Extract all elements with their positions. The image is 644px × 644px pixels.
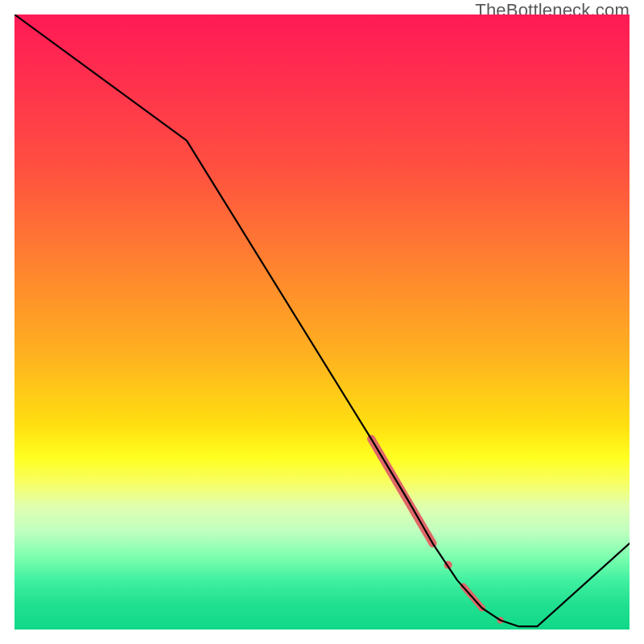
markers-layer xyxy=(371,439,503,623)
curve-layer xyxy=(14,14,630,626)
chart-container: TheBottleneck.com xyxy=(0,0,644,644)
plot-area xyxy=(14,14,630,630)
plot-svg xyxy=(14,14,630,630)
bottleneck-curve xyxy=(14,14,630,626)
